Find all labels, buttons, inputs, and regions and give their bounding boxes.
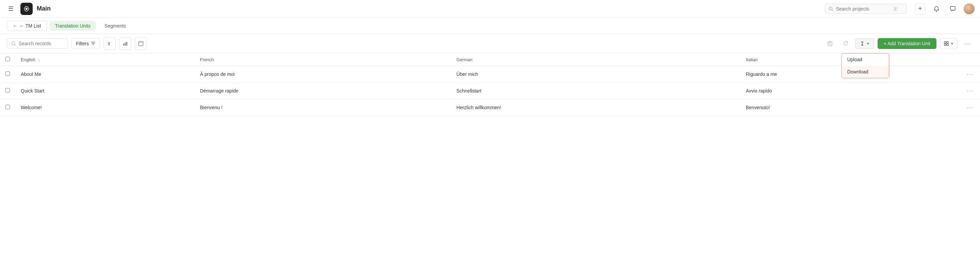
global-search-input[interactable] bbox=[836, 6, 891, 11]
toolbar: Filters T bbox=[0, 34, 980, 53]
search-shortcut: / bbox=[893, 6, 898, 11]
svg-rect-12 bbox=[126, 42, 127, 46]
add-button[interactable]: + bbox=[915, 3, 926, 14]
filters-button[interactable]: Filters bbox=[72, 38, 100, 49]
cell-italian: Benvenuto! bbox=[740, 99, 959, 116]
sub-navigation: ← ← TM List Translation Units Segments bbox=[0, 18, 980, 34]
cell-english: Welcome! bbox=[15, 99, 195, 116]
svg-line-2 bbox=[832, 10, 833, 11]
table-row: Quick Start Démarrage rapide Schnellstar… bbox=[0, 83, 980, 99]
svg-rect-13 bbox=[139, 41, 143, 46]
search-records-input[interactable] bbox=[19, 41, 63, 46]
header-actions bbox=[959, 53, 980, 66]
bell-icon[interactable] bbox=[931, 3, 942, 14]
svg-text:T: T bbox=[108, 41, 111, 46]
bar-chart-button[interactable] bbox=[119, 37, 131, 50]
grid-view-icon bbox=[943, 41, 949, 46]
svg-rect-21 bbox=[944, 41, 946, 43]
upload-menu-item[interactable]: Upload bbox=[842, 53, 889, 66]
row-checkbox[interactable] bbox=[5, 72, 10, 76]
header-english[interactable]: English ↓ bbox=[15, 53, 195, 66]
chevron-down-small-icon bbox=[950, 42, 954, 45]
view-options-button[interactable] bbox=[940, 38, 958, 49]
cell-english: About Me bbox=[15, 66, 195, 83]
delete-button[interactable] bbox=[824, 37, 836, 50]
global-search[interactable]: / bbox=[825, 4, 907, 14]
chevron-down-icon bbox=[866, 42, 870, 45]
search-records-wrap[interactable] bbox=[7, 38, 68, 49]
svg-rect-24 bbox=[947, 44, 948, 46]
row-more-button[interactable]: ⋯ bbox=[965, 70, 975, 78]
cell-english: Quick Start bbox=[15, 83, 195, 99]
cell-italian: Avvio rapido bbox=[740, 83, 959, 99]
row-checkbox[interactable] bbox=[5, 105, 10, 109]
app-logo bbox=[21, 3, 33, 15]
toolbar-right: Upload Download + Add Translation Unit ⋯ bbox=[824, 37, 973, 50]
back-arrow-icon: ← bbox=[13, 23, 18, 29]
cell-german: Schnellstart bbox=[451, 83, 740, 99]
svg-rect-3 bbox=[950, 6, 955, 10]
tm-list-back-button[interactable]: ← ← TM List bbox=[7, 21, 47, 31]
tab-segments[interactable]: Segments bbox=[99, 21, 132, 31]
svg-line-5 bbox=[14, 45, 16, 46]
svg-rect-11 bbox=[125, 43, 126, 46]
filters-icon bbox=[91, 41, 95, 46]
header-french[interactable]: French bbox=[195, 53, 451, 66]
nav-icons: + bbox=[915, 3, 975, 14]
search-icon bbox=[829, 6, 833, 11]
table-row: Welcome! Bienvenu ! Herzlich willkommen!… bbox=[0, 99, 980, 116]
more-options-button[interactable]: ⋯ bbox=[961, 37, 973, 50]
select-all-checkbox[interactable] bbox=[5, 57, 10, 61]
svg-rect-15 bbox=[828, 42, 832, 46]
import-export-dropdown[interactable]: Upload Download bbox=[855, 38, 874, 49]
download-menu-item[interactable]: Download bbox=[842, 66, 889, 78]
table-header-row: English ↓ French German Italian bbox=[0, 53, 980, 66]
english-sort-indicator: ↓ bbox=[38, 57, 40, 62]
search-records-icon bbox=[11, 41, 16, 46]
chat-icon[interactable] bbox=[947, 3, 958, 14]
row-more-button[interactable]: ⋯ bbox=[965, 87, 975, 95]
svg-rect-22 bbox=[947, 41, 948, 43]
hamburger-icon[interactable]: ☰ bbox=[5, 3, 16, 14]
row-checkbox[interactable] bbox=[5, 88, 10, 92]
cell-french: À propos de moi bbox=[195, 66, 451, 83]
expand-button[interactable] bbox=[135, 37, 147, 50]
filters-label: Filters bbox=[76, 41, 89, 46]
refresh-button[interactable] bbox=[840, 37, 852, 50]
cell-german: Über mich bbox=[451, 66, 740, 83]
cell-french: Bienvenu ! bbox=[195, 99, 451, 116]
row-more-button[interactable]: ⋯ bbox=[965, 104, 975, 111]
tm-list-label: ← TM List bbox=[19, 23, 41, 29]
avatar[interactable] bbox=[964, 3, 975, 14]
table-row: About Me À propos de moi Über mich Rigua… bbox=[0, 66, 980, 83]
svg-rect-23 bbox=[944, 44, 946, 46]
app-title: Main bbox=[37, 5, 51, 12]
header-checkbox-cell bbox=[0, 53, 15, 66]
text-format-button[interactable]: T bbox=[103, 37, 116, 50]
sort-dropdown-button[interactable] bbox=[855, 38, 874, 49]
upload-download-menu: Upload Download bbox=[842, 53, 889, 78]
add-translation-unit-button[interactable]: + Add Translation Unit bbox=[878, 38, 937, 49]
svg-point-0 bbox=[25, 8, 27, 10]
sort-icon bbox=[859, 41, 865, 46]
cell-french: Démarrage rapide bbox=[195, 83, 451, 99]
cell-german: Herzlich willkommen! bbox=[451, 99, 740, 116]
tab-translation-units[interactable]: Translation Units bbox=[50, 21, 96, 30]
translation-units-table: English ↓ French German Italian About Me… bbox=[0, 53, 980, 116]
top-navigation: ☰ Main / + bbox=[0, 0, 980, 18]
svg-rect-10 bbox=[123, 43, 124, 46]
header-german[interactable]: German bbox=[451, 53, 740, 66]
